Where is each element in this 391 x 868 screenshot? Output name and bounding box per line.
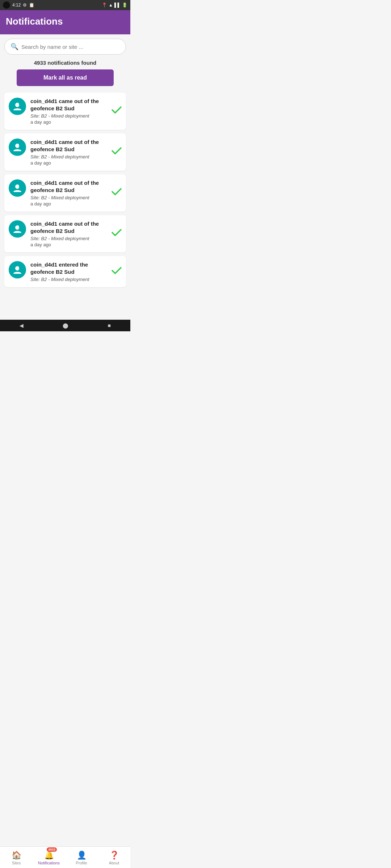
status-bar-right: 📍 ▲ ▌▌ 🔋 <box>102 3 127 8</box>
notification-site: Site: B2 - Mixed deployment <box>30 154 107 159</box>
notification-time: a day ago <box>30 201 107 207</box>
notification-body: coin_d4d1 came out of the geofence B2 Su… <box>30 98 107 125</box>
svg-point-1 <box>19 103 21 105</box>
svg-point-4 <box>15 184 20 189</box>
notification-count: 4933 notifications found <box>4 60 126 66</box>
back-button[interactable]: ◀ <box>20 323 24 328</box>
nav-item-about[interactable]: ❓ About <box>98 847 130 868</box>
notification-card[interactable]: coin_d4d1 entered the geofence B2 SudSit… <box>4 256 126 287</box>
notification-body: coin_d4d1 came out of the geofence B2 Su… <box>30 139 107 166</box>
notification-card[interactable]: coin_d4d1 came out of the geofence B2 Su… <box>4 133 126 171</box>
search-bar: 🔍 <box>4 39 126 55</box>
system-nav-bar: ◀ ⬤ ■ <box>0 320 130 331</box>
read-checkmark-icon <box>112 228 122 239</box>
notification-site: Site: B2 - Mixed deployment <box>30 195 107 200</box>
notification-time: a day ago <box>30 242 107 247</box>
svg-point-8 <box>15 266 20 271</box>
home-button[interactable]: ⬤ <box>63 323 68 328</box>
svg-point-9 <box>19 267 21 269</box>
notification-site: Site: B2 - Mixed deployment <box>30 113 107 119</box>
avatar <box>9 220 26 238</box>
search-icon: 🔍 <box>10 43 18 51</box>
notification-card[interactable]: coin_d4d1 came out of the geofence B2 Su… <box>4 174 126 212</box>
search-input[interactable] <box>21 44 120 50</box>
wifi-icon: ▲ <box>109 3 113 8</box>
notification-site: Site: B2 - Mixed deployment <box>30 236 107 241</box>
svg-point-7 <box>19 226 21 228</box>
nav-label-about: About <box>109 861 119 865</box>
status-circle <box>3 1 10 9</box>
read-checkmark-icon <box>112 146 122 158</box>
avatar <box>9 98 26 115</box>
battery-icon: 🔋 <box>122 3 127 8</box>
page-title: Notifications <box>6 16 63 27</box>
nav-item-notifications[interactable]: 4933 🔔 Notifications <box>33 847 65 868</box>
read-checkmark-icon <box>112 266 122 277</box>
nav-item-profile[interactable]: 👤 Profile <box>65 847 98 868</box>
location-icon: 📍 <box>102 3 107 8</box>
status-bar-left: 4:12 ⚙ 📋 <box>3 1 34 9</box>
nav-item-sites[interactable]: 🏠 Sites <box>0 847 33 868</box>
svg-point-2 <box>15 144 20 148</box>
avatar <box>9 179 26 197</box>
svg-point-0 <box>15 103 20 107</box>
status-time: 4:12 <box>12 3 21 8</box>
profile-icon: 👤 <box>77 851 87 860</box>
notification-body: coin_d4d1 came out of the geofence B2 Su… <box>30 220 107 247</box>
notification-title: coin_d4d1 entered the geofence B2 Sud <box>30 261 107 275</box>
notification-title: coin_d4d1 came out of the geofence B2 Su… <box>30 179 107 193</box>
recents-button[interactable]: ■ <box>108 323 110 328</box>
avatar <box>9 261 26 278</box>
notification-body: coin_d4d1 entered the geofence B2 SudSit… <box>30 261 107 282</box>
bottom-nav: 🏠 Sites 4933 🔔 Notifications 👤 Profile ❓… <box>0 846 130 868</box>
status-bar: 4:12 ⚙ 📋 📍 ▲ ▌▌ 🔋 <box>0 0 130 10</box>
notification-list: coin_d4d1 came out of the geofence B2 Su… <box>4 93 126 287</box>
sites-icon: 🏠 <box>12 851 21 860</box>
read-checkmark-icon <box>112 187 122 199</box>
notification-title: coin_d4d1 came out of the geofence B2 Su… <box>30 220 107 234</box>
notification-card[interactable]: coin_d4d1 came out of the geofence B2 Su… <box>4 93 126 130</box>
nav-label-profile: Profile <box>76 861 87 865</box>
signal-icon: ▌▌ <box>114 3 121 8</box>
notification-body: coin_d4d1 came out of the geofence B2 Su… <box>30 179 107 207</box>
notification-title: coin_d4d1 came out of the geofence B2 Su… <box>30 139 107 153</box>
read-checkmark-icon <box>112 106 122 117</box>
notifications-icon: 🔔 <box>44 851 54 860</box>
svg-point-6 <box>15 225 20 230</box>
settings-icon: ⚙ <box>23 3 27 8</box>
notification-card[interactable]: coin_d4d1 came out of the geofence B2 Su… <box>4 215 126 252</box>
notification-title: coin_d4d1 came out of the geofence B2 Su… <box>30 98 107 112</box>
about-icon: ❓ <box>109 851 119 860</box>
mark-all-read-button[interactable]: Mark all as read <box>17 69 114 86</box>
notification-time: a day ago <box>30 160 107 166</box>
svg-point-5 <box>19 185 21 187</box>
header: Notifications <box>0 10 130 34</box>
content-area: 🔍 4933 notifications found Mark all as r… <box>0 34 130 320</box>
clipboard-icon: 📋 <box>29 3 34 8</box>
nav-label-notifications: Notifications <box>38 861 60 865</box>
svg-point-3 <box>19 144 21 146</box>
nav-label-sites: Sites <box>12 861 21 865</box>
notification-time: a day ago <box>30 119 107 125</box>
avatar <box>9 139 26 156</box>
notification-site: Site: B2 - Mixed deployment <box>30 277 107 282</box>
notification-badge: 4933 <box>47 847 57 852</box>
